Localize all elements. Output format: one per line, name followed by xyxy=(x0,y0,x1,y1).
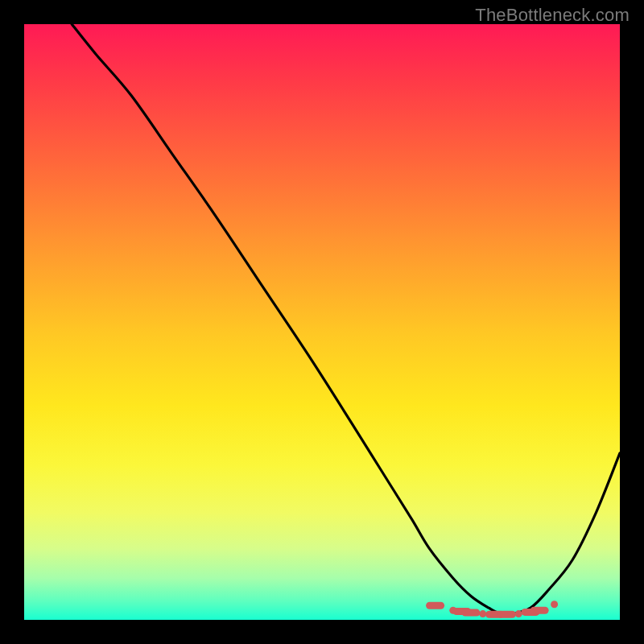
bottleneck-curve xyxy=(72,24,620,615)
chart-svg xyxy=(24,24,620,620)
marker-dot xyxy=(515,610,522,617)
watermark-label: TheBottleneck.com xyxy=(475,5,630,26)
chart-frame: TheBottleneck.com xyxy=(0,0,644,644)
marker-dot xyxy=(551,601,558,608)
marker-dot xyxy=(479,610,486,617)
min-band-markers xyxy=(430,601,559,617)
chart-plot-area xyxy=(24,24,620,620)
marker-dot xyxy=(449,607,456,614)
